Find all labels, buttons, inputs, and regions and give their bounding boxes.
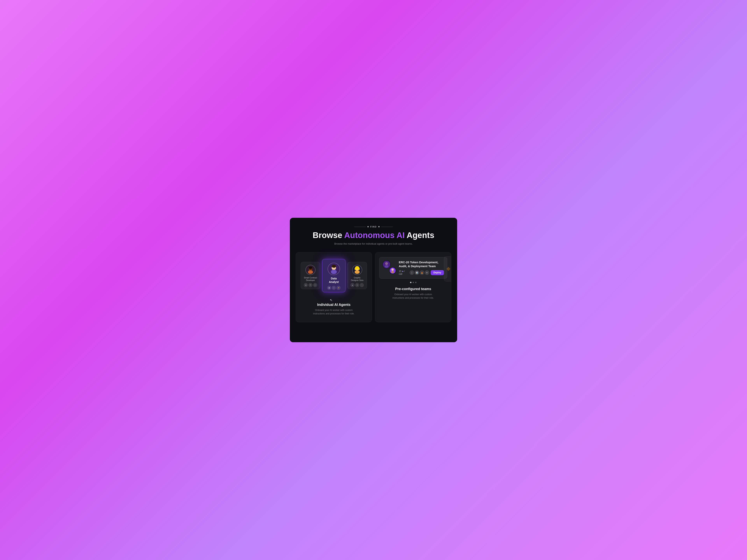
tech-icon-gear: ⚙ bbox=[425, 270, 429, 275]
team-card-inner: ERC-20 Token Development, Audit, & Deplo… bbox=[382, 260, 444, 275]
svg-point-17 bbox=[358, 268, 360, 270]
agent-avatar-smart-contract bbox=[305, 265, 315, 275]
icon-hex: ⬡ bbox=[313, 283, 317, 287]
agent-avatar-data-analyst bbox=[328, 263, 340, 275]
cursor-indicator: ↖ bbox=[330, 298, 332, 302]
agent-name-smart-contract: Smart ContractDeveloper bbox=[304, 276, 317, 282]
individual-agents-panel: Smart ContractDeveloper ◈ ⟳ ⬡ bbox=[296, 252, 372, 322]
title-part2: Agents bbox=[405, 231, 434, 240]
team-av2 bbox=[389, 267, 396, 274]
subtitle: Browse the marketplace for individual ag… bbox=[296, 242, 451, 245]
icon-diamond: ◈ bbox=[304, 283, 308, 287]
team-card-erc20[interactable]: ERC-20 Token Development, Audit, & Deplo… bbox=[379, 257, 447, 278]
agent-avatar-graphic-designer bbox=[352, 265, 362, 275]
svg-point-7 bbox=[331, 270, 337, 274]
individual-panel-desc: Onboard your AI worker with custom instr… bbox=[312, 309, 355, 315]
team-name: ERC-20 Token Development, Audit, & Deplo… bbox=[399, 260, 444, 268]
dot-1[interactable] bbox=[410, 282, 411, 283]
find-dot-right bbox=[378, 226, 380, 227]
tech-icon-eth: Ξ bbox=[410, 270, 414, 275]
team-tech-icons: Ξ 📊 🔥 ⚙ bbox=[410, 270, 429, 275]
title-part1: Browse bbox=[313, 231, 344, 240]
svg-point-2 bbox=[308, 270, 313, 274]
panels-row: Smart ContractDeveloper ◈ ⟳ ⬡ bbox=[296, 252, 451, 322]
app-window: FIND Browse Autonomous AI Agents Browse … bbox=[290, 218, 457, 342]
agent-card-data-analyst[interactable]: DataAnalyst ▣ ⬡ ⚡ bbox=[322, 259, 345, 292]
title-highlight1: Autonomous bbox=[344, 231, 396, 240]
svg-point-22 bbox=[391, 269, 394, 271]
pagination-dots bbox=[410, 282, 416, 283]
teams-panel-title: Pre-configured teams bbox=[395, 287, 431, 291]
dot-2[interactable] bbox=[413, 282, 414, 283]
deploy-button[interactable]: Deploy bbox=[431, 270, 444, 275]
teams-panel: ERC-20 Token Development, Audit, & Deplo… bbox=[375, 252, 451, 322]
svg-point-9 bbox=[333, 267, 333, 268]
team-av1 bbox=[382, 260, 391, 269]
team-info: ERC-20 Token Development, Audit, & Deplo… bbox=[399, 260, 444, 275]
agent-card-smart-contract[interactable]: Smart ContractDeveloper ◈ ⟳ ⬡ bbox=[301, 262, 320, 289]
icon-s: S bbox=[355, 283, 359, 287]
icon-tri: ▲ bbox=[351, 283, 355, 287]
icon-sq: ⬛ bbox=[360, 283, 364, 287]
agent-name-data-analyst: DataAnalyst bbox=[329, 277, 339, 284]
svg-point-20 bbox=[385, 265, 388, 268]
agent-name-graphic-designer: GraphicDesigner Sora bbox=[351, 276, 363, 282]
tech-icon-chart: 📊 bbox=[415, 270, 419, 275]
title-highlight2: AI bbox=[396, 231, 405, 240]
svg-point-4 bbox=[309, 267, 312, 269]
individual-panel-title: Individual AI Agents bbox=[317, 303, 351, 307]
svg-point-23 bbox=[391, 271, 394, 273]
find-text: FIND bbox=[370, 225, 377, 228]
icon-bolt: ⚡ bbox=[337, 286, 340, 290]
partial-card-right: 🔶 bbox=[444, 256, 451, 282]
agent-icons-smart-contract: ◈ ⟳ ⬡ bbox=[304, 283, 317, 287]
find-label: FIND bbox=[296, 225, 451, 228]
agent-card-graphic-designer[interactable]: GraphicDesigner Sora ▲ S ⬛ bbox=[347, 262, 367, 289]
svg-point-8 bbox=[332, 265, 336, 268]
icon-square: ▣ bbox=[327, 286, 331, 290]
svg-point-16 bbox=[355, 268, 356, 270]
team-avatar-group bbox=[382, 260, 396, 274]
svg-point-13 bbox=[355, 270, 360, 274]
agent-icons-data-analyst: ▣ ⬡ ⚡ bbox=[327, 286, 340, 290]
agent-icons-graphic-designer: ▲ S ⬛ bbox=[351, 283, 364, 287]
svg-point-19 bbox=[385, 262, 388, 265]
icon-arrow: ⬡ bbox=[332, 286, 336, 290]
dot-3[interactable] bbox=[415, 282, 416, 283]
teams-panel-desc: Onboard your AI worker with custom instr… bbox=[392, 293, 435, 300]
icon-cycle: ⟳ bbox=[309, 283, 312, 287]
find-dot-left bbox=[367, 226, 369, 227]
main-title: Browse Autonomous AI Agents bbox=[296, 231, 451, 240]
svg-point-10 bbox=[334, 267, 335, 268]
agents-cards-area: Smart ContractDeveloper ◈ ⟳ ⬡ bbox=[300, 257, 368, 294]
tech-icon-fire: 🔥 bbox=[420, 270, 424, 275]
team-meta-row: 15 ● / call Ξ 📊 🔥 ⚙ Deploy bbox=[399, 270, 444, 275]
team-price: 15 ● / call bbox=[399, 270, 408, 275]
